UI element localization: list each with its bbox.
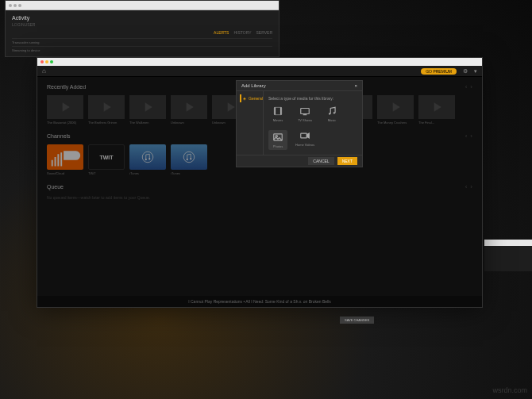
library-type-tv[interactable]: TV Shows — [295, 106, 314, 122]
watermark: wsrdn.com — [492, 386, 527, 394]
svg-rect-14 — [301, 133, 307, 138]
modal-overlay: Add Library × ◈ General Select a type of… — [37, 77, 482, 307]
svg-point-10 — [329, 113, 330, 114]
modal-title: Add Library — [241, 83, 266, 88]
tab-history[interactable]: HISTORY — [233, 30, 251, 35]
right-browser-fragment — [484, 240, 532, 271]
cancel-button[interactable]: CANCEL — [308, 157, 333, 165]
next-button[interactable]: NEXT — [337, 157, 357, 165]
music-icon — [326, 106, 337, 117]
activity-subtitle: LOGINUSER — [12, 22, 272, 27]
home-icon[interactable]: ⌂ — [42, 67, 46, 75]
modal-tab-general[interactable]: ◈ General — [240, 94, 260, 102]
close-icon[interactable]: × — [354, 83, 357, 88]
tag-icon: ◈ — [243, 96, 246, 101]
user-icon[interactable]: ▾ — [474, 68, 477, 75]
app-topbar: ⌂ GO PREMIUM ⚙ ▾ — [37, 66, 482, 77]
background-browser-window: Activity LOGINUSER ALERTS HISTORY SERVER… — [5, 0, 279, 57]
now-playing-bar[interactable]: I Cannot Play Representations • All I Ne… — [37, 296, 482, 307]
tab-alerts[interactable]: ALERTS — [214, 30, 229, 35]
browser-chrome — [6, 1, 279, 10]
tv-icon — [299, 106, 310, 117]
activity-title: Activity — [12, 15, 272, 21]
save-changes-button[interactable]: SAVE CHANGES — [340, 317, 374, 324]
settings-fragment: INCLUDE IN DASHBOARD SAVE CHANGES — [270, 304, 516, 351]
modal-prompt: Select a type of media for this library: — [268, 96, 357, 101]
library-type-movies[interactable]: Movies — [268, 106, 287, 122]
settings-icon[interactable]: ⚙ — [463, 68, 468, 75]
activity-row: Transcoder running — [12, 38, 272, 46]
activity-tabs: ALERTS HISTORY SERVER — [12, 30, 272, 35]
main-browser-window: ⌂ GO PREMIUM ⚙ ▾ Recently Added ‹› The I… — [37, 57, 483, 308]
tab-server[interactable]: SERVER — [256, 30, 272, 35]
library-type-music[interactable]: Music — [322, 106, 341, 122]
film-icon — [272, 106, 283, 117]
photo-icon — [272, 132, 283, 143]
browser-chrome — [37, 58, 482, 66]
library-type-home-videos[interactable]: Home Videos — [295, 130, 314, 150]
add-library-modal: Add Library × ◈ General Select a type of… — [236, 80, 363, 167]
library-type-photos[interactable]: Photos — [268, 130, 287, 150]
premium-button[interactable]: GO PREMIUM — [421, 68, 457, 75]
svg-rect-9 — [301, 109, 310, 114]
svg-rect-8 — [280, 107, 282, 114]
video-icon — [299, 130, 310, 141]
activity-row: Streaming to device — [12, 46, 272, 54]
svg-point-11 — [333, 112, 335, 113]
svg-rect-7 — [274, 107, 276, 114]
